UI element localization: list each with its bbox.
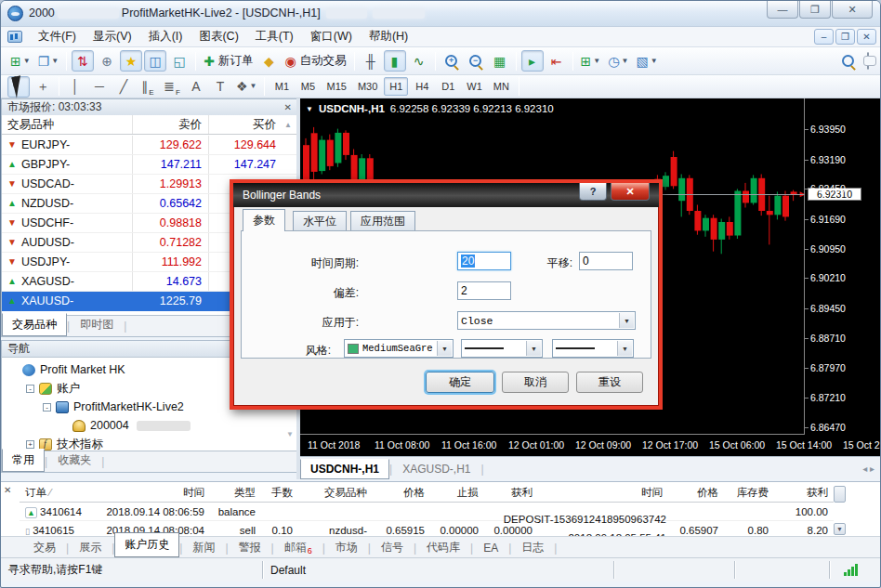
market-watch-tab-0[interactable]: 交易品种 <box>2 313 67 336</box>
shift-input[interactable]: 0 <box>579 252 633 270</box>
chart-tab-scroll-icons[interactable]: ◂ ▸ <box>862 464 874 474</box>
chevron-down-icon[interactable]: ▼ <box>526 341 541 356</box>
equidistant-channel-button[interactable]: ∥E <box>137 76 159 98</box>
terminal-tab-2[interactable]: 账户历史 <box>114 532 179 557</box>
chevron-down-icon[interactable]: ▼ <box>619 313 634 328</box>
navigator-tab-0[interactable]: 常用 <box>2 449 45 472</box>
menu-item-5[interactable]: 窗口(W) <box>302 26 361 47</box>
chart-tab-0[interactable]: USDCNH-,H1 <box>300 459 389 479</box>
tree-expander-icon[interactable]: - <box>26 385 34 393</box>
data-window-button[interactable]: ⊕ <box>96 50 118 72</box>
terminal-tab-5[interactable]: 邮箱6 <box>274 536 322 559</box>
arrows-button[interactable]: ❖▼ <box>233 76 259 98</box>
periods-button[interactable]: ◷▼ <box>605 50 631 72</box>
new-chart-button[interactable]: ⊞▼ <box>7 50 33 72</box>
horizontal-line-button[interactable]: ─ <box>88 76 111 98</box>
timeframe-m15[interactable]: M15 <box>322 77 350 96</box>
ok-button[interactable]: 确定 <box>426 372 494 393</box>
indicators-button[interactable]: ⊞▼ <box>578 50 604 72</box>
vertical-line-button[interactable]: │ <box>64 76 86 98</box>
scrollbar-down-icon[interactable]: ▼ <box>834 523 846 535</box>
trendline-button[interactable]: ╱ <box>112 76 135 98</box>
menu-item-6[interactable]: 帮助(H) <box>361 26 416 47</box>
terminal-button[interactable]: ◫ <box>144 50 166 72</box>
chart-tab-1[interactable]: XAGUSD-,H1 <box>392 459 480 479</box>
scrollbar-thumb[interactable] <box>834 486 846 503</box>
navigator-tab-1[interactable]: 收藏夹 <box>47 449 101 472</box>
timeframe-d1[interactable]: D1 <box>436 77 460 96</box>
tile-windows-button[interactable]: ▦ <box>489 50 511 72</box>
market-watch-close-icon[interactable]: ✕ <box>284 102 292 112</box>
metaeditor-button[interactable]: ◆ <box>257 50 280 72</box>
navigator-item-2[interactable]: -ProfitMarketHK-Live2 <box>43 398 184 416</box>
chevron-down-icon[interactable]: ▼ <box>437 341 452 356</box>
history-row-3410614[interactable]: ▲ 34106142018.09.14 08:06:59balanceDEPOS… <box>20 503 834 521</box>
bar-chart-button[interactable]: ╫ <box>360 50 382 72</box>
profiles-button[interactable]: ❐▼ <box>35 50 61 72</box>
new-order-button[interactable]: ✚新订单 <box>201 50 256 72</box>
timeframe-w1[interactable]: W1 <box>462 77 487 96</box>
terminal-tab-0[interactable]: 交易 <box>23 536 66 559</box>
terminal-tab-10[interactable]: 日志 <box>511 536 554 559</box>
cancel-button[interactable]: 取消 <box>502 372 569 393</box>
terminal-tab-6[interactable]: 市场 <box>325 536 368 559</box>
close-button[interactable]: ✕ <box>832 1 873 19</box>
fibonacci-button[interactable]: ≣F <box>161 76 183 98</box>
terminal-tab-8[interactable]: 代码库 <box>416 536 470 559</box>
cursor-button[interactable] <box>7 76 30 98</box>
text-label-button[interactable]: T <box>209 76 231 98</box>
search-icon[interactable] <box>842 55 854 67</box>
style-line-width-dropdown[interactable]: ▼ <box>461 339 543 358</box>
timeframe-h4[interactable]: H4 <box>410 77 434 96</box>
navigator-item-1[interactable]: -账户 <box>26 379 80 398</box>
market-watch-header[interactable]: 交易品种 卖价 买价 ▲ <box>2 115 297 135</box>
chart-shift-button[interactable]: ⇤ <box>546 50 568 72</box>
tree-expander-icon[interactable]: - <box>43 403 51 412</box>
navigator-scroll-down-icon[interactable]: ▼ <box>286 430 294 438</box>
navigator-button[interactable]: ★ <box>120 50 142 72</box>
zoom-in-button[interactable]: + <box>440 50 463 72</box>
terminal-tab-3[interactable]: 新闻 <box>182 536 225 559</box>
style-color-dropdown[interactable]: MediumSeaGre ▼ <box>344 339 454 358</box>
navigator-item-3[interactable]: 200004 <box>59 416 193 435</box>
crosshair-button[interactable]: ＋ <box>32 76 54 98</box>
strategy-tester-button[interactable]: ◱ <box>168 50 191 72</box>
chevron-down-icon[interactable]: ▼ <box>617 341 632 356</box>
restore-button[interactable]: ❐ <box>799 1 831 19</box>
market-watch-row-GBPJPY-[interactable]: ▲GBPJPY- 147.211 147.247 <box>2 155 297 175</box>
dialog-tab-2[interactable]: 应用范围 <box>350 211 415 230</box>
zoom-out-button[interactable]: − <box>465 50 487 72</box>
auto-scroll-button[interactable]: ▸ <box>521 50 544 72</box>
timeframe-m1[interactable]: M1 <box>270 77 294 96</box>
terminal-tab-9[interactable]: EA <box>473 538 508 558</box>
navigator-item-0[interactable]: Profit Market HK <box>9 360 125 379</box>
apply-to-dropdown[interactable]: Close ▼ <box>457 311 636 330</box>
timeframe-h1[interactable]: H1 <box>384 77 408 96</box>
terminal-close-icon[interactable]: ✕ <box>4 485 11 495</box>
line-chart-button[interactable]: ∿ <box>408 50 430 72</box>
text-button[interactable]: A <box>185 76 207 98</box>
status-profile[interactable]: Default <box>263 561 614 579</box>
menu-item-0[interactable]: 文件(F) <box>30 26 85 47</box>
menu-item-1[interactable]: 显示(V) <box>85 26 140 47</box>
child-minimize-button[interactable]: – <box>814 29 834 45</box>
minimize-button[interactable]: — <box>767 1 798 19</box>
child-restore-button[interactable]: ❐ <box>835 29 855 45</box>
deviation-input[interactable]: 2 <box>457 281 511 300</box>
tree-expander-icon[interactable]: + <box>26 440 34 449</box>
terminal-tab-7[interactable]: 信号 <box>371 536 414 559</box>
style-line-style-dropdown[interactable]: ▼ <box>552 339 634 358</box>
chart-caret-icon[interactable]: ▼ <box>306 105 313 113</box>
menu-item-4[interactable]: 工具(T) <box>247 26 302 47</box>
market-watch-title-bar[interactable]: 市场报价: 03:03:33 ✕ <box>1 98 298 116</box>
templates-button[interactable]: ▧▼ <box>633 50 660 72</box>
dialog-close-button[interactable]: ✕ <box>611 183 650 201</box>
terminal-tab-4[interactable]: 警报 <box>229 536 271 559</box>
market-watch-row-EURJPY-[interactable]: ▼EURJPY- 129.622 129.644 <box>2 136 297 155</box>
reset-button[interactable]: 重设 <box>576 372 643 393</box>
dialog-help-button[interactable]: ? <box>579 183 607 201</box>
community-chat-icon[interactable] <box>867 53 869 70</box>
timeframe-m30[interactable]: M30 <box>353 77 382 96</box>
terminal-scrollbar[interactable]: ▼ <box>834 486 847 534</box>
menu-item-3[interactable]: 图表(C) <box>191 26 246 47</box>
